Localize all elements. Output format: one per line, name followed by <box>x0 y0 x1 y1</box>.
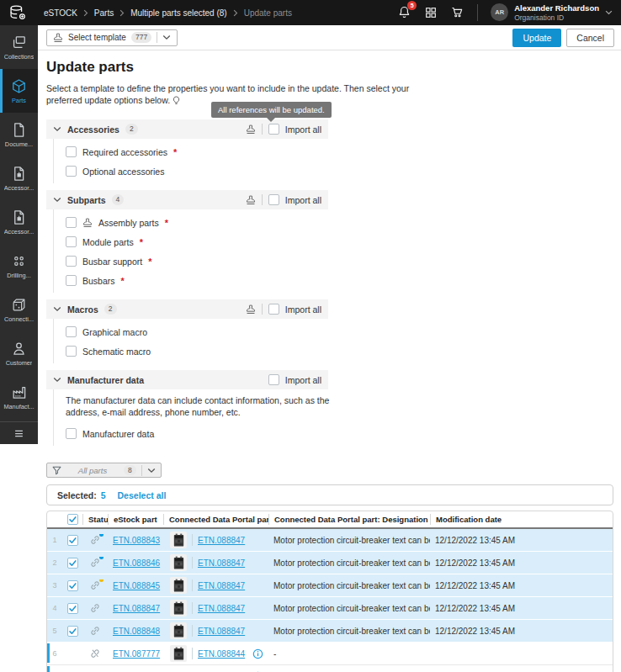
parts-filter-dropdown[interactable]: All parts 8 <box>46 463 162 478</box>
apps-grid-icon[interactable] <box>424 6 438 19</box>
sidebar: Collections Parts Docume... Accessor... … <box>0 25 38 444</box>
manufacturer-icon <box>11 384 27 400</box>
sidebar-item-connecti[interactable]: Connecti... <box>0 288 38 331</box>
breadcrumb: eSTOCKPartsMultiple parts selected (8)Up… <box>44 8 397 18</box>
estock-part-link[interactable]: ETN.087777 <box>113 649 160 659</box>
update-section: Manufacturer data Import all The manufac… <box>46 370 613 446</box>
breadcrumb-item[interactable]: Multiple parts selected (8) <box>130 8 227 18</box>
status-dot <box>99 557 104 559</box>
portal-part-link[interactable]: ETN.088847 <box>198 536 245 545</box>
portal-part-link[interactable]: ETN.088847 <box>198 627 245 636</box>
section-header[interactable]: Accessories 2 Import all <box>46 119 328 139</box>
sidebar-item-collections[interactable]: Collections <box>0 25 38 69</box>
deselect-all-link[interactable]: Deselect all <box>118 490 167 500</box>
table-row[interactable]: 1 ETN.088843 ETN.088847 Motor protection… <box>47 529 613 552</box>
sidebar-item-drilling[interactable]: Drilling... <box>0 244 38 288</box>
link-icon <box>89 579 101 591</box>
designation-cell: Motor protection circuit-breaker text ca… <box>268 627 430 636</box>
chevron-down-icon <box>53 306 61 312</box>
section-count-badge: 4 <box>112 194 125 204</box>
section-option: Assembly parts * <box>66 214 613 231</box>
sidebar-collapse-button[interactable] <box>0 421 38 444</box>
select-all-checkbox[interactable] <box>67 514 78 525</box>
section-header[interactable]: Macros 2 Import all <box>46 299 328 319</box>
sidebar-item-label: Connecti... <box>4 315 34 323</box>
row-checkbox[interactable] <box>67 580 78 591</box>
table-row[interactable]: 5 ETN.088848 ETN.088847 Motor protection… <box>47 620 613 643</box>
estock-part-link[interactable]: ETN.088843 <box>113 536 160 545</box>
designation-cell: Motor protection circuit-breaker text ca… <box>268 604 430 613</box>
row-checkbox[interactable] <box>67 603 78 614</box>
select-template-dropdown[interactable]: Select template 777 <box>46 29 178 46</box>
column-header-modification-date[interactable]: Modification date <box>430 514 613 525</box>
section-count-badge: 2 <box>125 124 138 134</box>
user-name: Alexander Richardson <box>514 3 599 13</box>
estock-part-link[interactable]: ETN.088845 <box>113 581 160 590</box>
cancel-button[interactable]: Cancel <box>566 29 614 47</box>
sidebar-item-accessor[interactable]: Accessor... <box>0 156 38 200</box>
option-label: Required accessories <box>82 147 167 157</box>
option-checkbox[interactable] <box>66 326 77 337</box>
sidebar-item-manufact[interactable]: Manufact... <box>0 375 38 419</box>
option-checkbox[interactable] <box>66 428 77 439</box>
selected-label: Selected: <box>57 490 97 500</box>
breadcrumb-item[interactable]: eSTOCK <box>44 8 77 18</box>
row-number: 5 <box>47 627 62 635</box>
table-row[interactable]: 4 ETN.088847 ETN.088847 Motor protection… <box>47 597 613 620</box>
option-checkbox[interactable] <box>66 166 77 177</box>
portal-part-link[interactable]: ETN.088847 <box>198 581 245 590</box>
table-row[interactable]: 7 — Part DEF - - <box>47 665 613 672</box>
sidebar-item-docume[interactable]: Docume... <box>0 113 38 156</box>
option-checkbox[interactable] <box>66 346 77 357</box>
estock-logo-icon[interactable] <box>8 4 27 21</box>
template-count-badge: 777 <box>131 32 151 42</box>
estock-part-link[interactable]: ETN.088847 <box>113 604 160 613</box>
import-all-checkbox[interactable] <box>268 374 279 385</box>
option-checkbox[interactable] <box>66 146 77 157</box>
portal-part-link[interactable]: ETN.088847 <box>198 558 245 568</box>
column-header-portal-part[interactable]: Connected Data Portal part <box>163 514 268 525</box>
row-checkbox[interactable] <box>67 535 78 546</box>
row-checkbox[interactable] <box>67 626 78 637</box>
option-checkbox[interactable] <box>66 217 77 228</box>
section-header[interactable]: Subparts 4 Import all <box>46 190 328 209</box>
sidebar-item-customer[interactable]: Customer <box>0 331 38 375</box>
option-checkbox[interactable] <box>66 256 77 267</box>
column-header-designation[interactable]: Connected Data Portal part: Designation … <box>268 514 430 525</box>
estock-part-link[interactable]: ETN.088846 <box>113 558 160 568</box>
section-divider <box>262 124 263 135</box>
row-checkbox[interactable] <box>67 558 78 569</box>
table-row[interactable]: 3 ETN.088845 ETN.088847 Motor protection… <box>47 574 613 597</box>
sidebar-item-parts[interactable]: Parts <box>0 69 38 113</box>
hamburger-icon <box>13 427 25 440</box>
column-header-estock-part[interactable]: eStock part <box>108 514 163 525</box>
section-title: Macros <box>67 304 98 315</box>
cart-icon[interactable] <box>450 5 464 19</box>
row-number: 6 <box>47 649 62 658</box>
section-option: Required accessories * <box>66 143 613 161</box>
link-icon <box>89 602 101 614</box>
section-description: The manufacturer data can include contac… <box>66 395 356 418</box>
table-row[interactable]: 2 ETN.088846 ETN.088847 Motor protection… <box>47 552 613 574</box>
breadcrumb-item[interactable]: Parts <box>94 8 114 18</box>
import-all-checkbox[interactable] <box>268 194 279 205</box>
table-row[interactable]: 6 ETN.087777 ETN.088844 - <box>47 643 613 665</box>
portal-part-link[interactable]: ETN.088844 <box>198 649 245 659</box>
sidebar-nav: Collections Parts Docume... Accessor... … <box>0 25 38 419</box>
column-header-status[interactable]: Status <box>82 514 108 525</box>
sidebar-item-accessor[interactable]: Accessor... <box>0 200 38 244</box>
product-thumbnail <box>170 577 187 594</box>
portal-part-link[interactable]: ETN.088847 <box>198 604 245 613</box>
import-all-checkbox[interactable] <box>268 304 279 315</box>
section-header[interactable]: Manufacturer data Import all <box>46 370 328 389</box>
update-section: Accessories 2 Import all Required access… <box>46 119 613 183</box>
info-icon[interactable] <box>252 648 263 659</box>
update-button[interactable]: Update <box>512 29 561 47</box>
notifications-bell-icon[interactable]: 5 <box>397 5 411 19</box>
avatar: AR <box>491 3 508 21</box>
designation-cell: Motor protection circuit-breaker text ca… <box>268 536 430 545</box>
user-menu[interactable]: AR Alexander Richardson Organisation ID <box>491 3 613 22</box>
estock-part-link[interactable]: ETN.088848 <box>113 627 160 636</box>
option-checkbox[interactable] <box>66 236 77 247</box>
option-checkbox[interactable] <box>66 275 77 286</box>
